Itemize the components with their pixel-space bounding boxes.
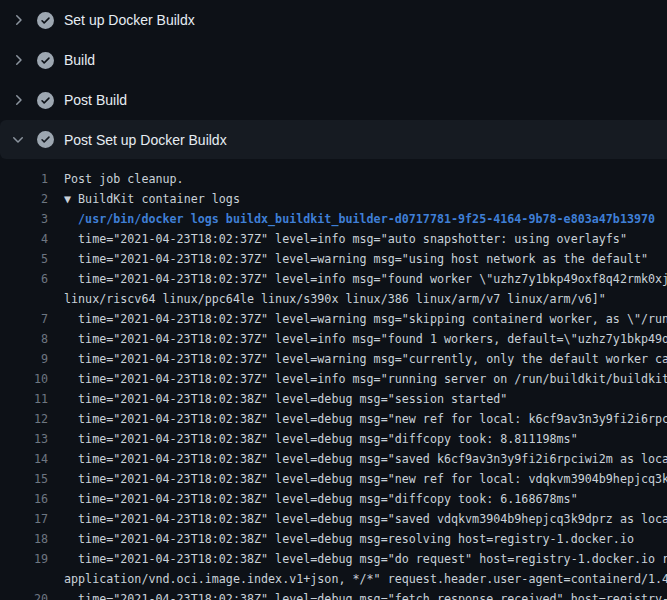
chevron-down-icon — [10, 132, 26, 148]
log-command-text: /usr/bin/docker logs buildx_buildkit_bui… — [64, 209, 655, 229]
log-line-number[interactable]: 3 — [0, 209, 48, 229]
check-circle-icon — [37, 52, 54, 69]
log-line-number[interactable]: 14 — [0, 449, 48, 469]
log-line: 18 time="2021-04-23T18:02:38Z" level=deb… — [0, 529, 667, 549]
log-line: 15 time="2021-04-23T18:02:38Z" level=deb… — [0, 469, 667, 489]
chevron-right-icon — [10, 92, 26, 108]
log-text: time="2021-04-23T18:02:38Z" level=debug … — [64, 469, 667, 489]
log-line: 14 time="2021-04-23T18:02:38Z" level=deb… — [0, 449, 667, 469]
log-text: time="2021-04-23T18:02:37Z" level=warnin… — [64, 349, 667, 369]
check-circle-icon-wrap — [37, 92, 54, 109]
log-line: 10 time="2021-04-23T18:02:37Z" level=inf… — [0, 369, 667, 389]
log-line-number[interactable]: 7 — [0, 309, 48, 329]
log-text: time="2021-04-23T18:02:38Z" level=debug … — [64, 389, 507, 409]
log-line: 13 time="2021-04-23T18:02:38Z" level=deb… — [0, 429, 667, 449]
log-line-number[interactable]: 15 — [0, 469, 48, 489]
log-line: 12 time="2021-04-23T18:02:38Z" level=deb… — [0, 409, 667, 429]
check-circle-icon — [37, 12, 54, 29]
log-line-number[interactable]: 9 — [0, 349, 48, 369]
steps-list: Set up Docker BuildxBuildPost BuildPost … — [0, 0, 667, 159]
log-text: time="2021-04-23T18:02:38Z" level=debug … — [64, 509, 667, 529]
log-line: 16 time="2021-04-23T18:02:38Z" level=deb… — [0, 489, 667, 509]
log-text: time="2021-04-23T18:02:37Z" level=warnin… — [64, 309, 667, 329]
log-line: 11 time="2021-04-23T18:02:38Z" level=deb… — [0, 389, 667, 409]
log-line-number[interactable]: 11 — [0, 389, 48, 409]
step-header-post-set-up-docker-buildx[interactable]: Post Set up Docker Buildx — [0, 120, 667, 159]
chevron-right-icon — [10, 52, 26, 68]
log-text: time="2021-04-23T18:02:38Z" level=debug … — [64, 589, 667, 600]
log-line: 20 time="2021-04-23T18:02:38Z" level=deb… — [0, 589, 667, 600]
chevron-right-icon-wrap — [10, 12, 26, 28]
check-circle-icon-wrap — [37, 12, 54, 29]
log-line-number[interactable]: 20 — [0, 589, 48, 600]
log-text: time="2021-04-23T18:02:37Z" level=info m… — [64, 369, 667, 389]
log-line-number[interactable]: 12 — [0, 409, 48, 429]
log-line: 2▼ BuildKit container logs — [0, 189, 667, 209]
log-text-continuation: linux/riscv64 linux/ppc64le linux/s390x … — [64, 289, 606, 309]
log-line: 6 time="2021-04-23T18:02:37Z" level=info… — [0, 269, 667, 289]
step-header-post-build[interactable]: Post Build — [0, 80, 667, 120]
log-line-number[interactable]: 2 — [0, 189, 48, 209]
log-text: time="2021-04-23T18:02:38Z" level=debug … — [64, 409, 667, 429]
step-title: Build — [64, 52, 95, 68]
chevron-right-icon-wrap — [10, 92, 26, 108]
log-text: time="2021-04-23T18:02:37Z" level=info m… — [64, 229, 627, 249]
chevron-down-icon-wrap — [10, 132, 26, 148]
log-text: time="2021-04-23T18:02:37Z" level=info m… — [64, 329, 667, 349]
log-text: time="2021-04-23T18:02:37Z" level=warnin… — [64, 249, 648, 269]
log-line: 1Post job cleanup. — [0, 169, 667, 189]
log-line-continuation: application/vnd.oci.image.index.v1+json,… — [0, 569, 667, 589]
log-line-number[interactable]: 4 — [0, 229, 48, 249]
log-text-continuation: application/vnd.oci.image.index.v1+json,… — [64, 569, 667, 589]
log-line: 17 time="2021-04-23T18:02:38Z" level=deb… — [0, 509, 667, 529]
log-text: time="2021-04-23T18:02:38Z" level=debug … — [64, 529, 634, 549]
log-line: 4 time="2021-04-23T18:02:37Z" level=info… — [0, 229, 667, 249]
log-line-number[interactable]: 1 — [0, 169, 48, 189]
chevron-right-icon — [10, 12, 26, 28]
step-header-build[interactable]: Build — [0, 40, 667, 80]
log-line: 5 time="2021-04-23T18:02:37Z" level=warn… — [0, 249, 667, 269]
log-line-number[interactable]: 17 — [0, 509, 48, 529]
check-circle-icon-wrap — [37, 131, 54, 148]
log-line-number-empty — [0, 289, 48, 309]
chevron-right-icon-wrap — [10, 52, 26, 68]
step-header-set-up-docker-buildx[interactable]: Set up Docker Buildx — [0, 0, 667, 40]
log-text: time="2021-04-23T18:02:38Z" level=debug … — [64, 429, 578, 449]
log-line-number-empty — [0, 569, 48, 589]
check-circle-icon — [37, 131, 54, 148]
workflow-log-viewer: Set up Docker BuildxBuildPost BuildPost … — [0, 0, 667, 600]
log-line-number[interactable]: 10 — [0, 369, 48, 389]
log-line: 7 time="2021-04-23T18:02:37Z" level=warn… — [0, 309, 667, 329]
log-text: ▼ BuildKit container logs — [64, 189, 240, 209]
log-line: 3 /usr/bin/docker logs buildx_buildkit_b… — [0, 209, 667, 229]
log-line: 19 time="2021-04-23T18:02:38Z" level=deb… — [0, 549, 667, 569]
log-line-number[interactable]: 19 — [0, 549, 48, 569]
step-title: Post Build — [64, 92, 127, 108]
check-circle-icon-wrap — [37, 52, 54, 69]
step-title: Set up Docker Buildx — [64, 12, 195, 28]
log-line-number[interactable]: 13 — [0, 429, 48, 449]
log-line-number[interactable]: 18 — [0, 529, 48, 549]
triangle-down-icon[interactable]: ▼ — [64, 192, 71, 206]
log-text: Post job cleanup. — [64, 169, 184, 189]
log-text: time="2021-04-23T18:02:38Z" level=debug … — [64, 489, 578, 509]
log-line-number[interactable]: 6 — [0, 269, 48, 289]
check-circle-icon — [37, 92, 54, 109]
log-line: 9 time="2021-04-23T18:02:37Z" level=warn… — [0, 349, 667, 369]
log-text: time="2021-04-23T18:02:38Z" level=debug … — [64, 549, 667, 569]
log-line-number[interactable]: 8 — [0, 329, 48, 349]
log-area: 1Post job cleanup.2▼ BuildKit container … — [0, 159, 667, 600]
log-line-number[interactable]: 16 — [0, 489, 48, 509]
log-text: time="2021-04-23T18:02:37Z" level=info m… — [64, 269, 667, 289]
log-line-number[interactable]: 5 — [0, 249, 48, 269]
log-line: 8 time="2021-04-23T18:02:37Z" level=info… — [0, 329, 667, 349]
log-text: time="2021-04-23T18:02:38Z" level=debug … — [64, 449, 667, 469]
log-line-continuation: linux/riscv64 linux/ppc64le linux/s390x … — [0, 289, 667, 309]
step-title: Post Set up Docker Buildx — [64, 132, 227, 148]
